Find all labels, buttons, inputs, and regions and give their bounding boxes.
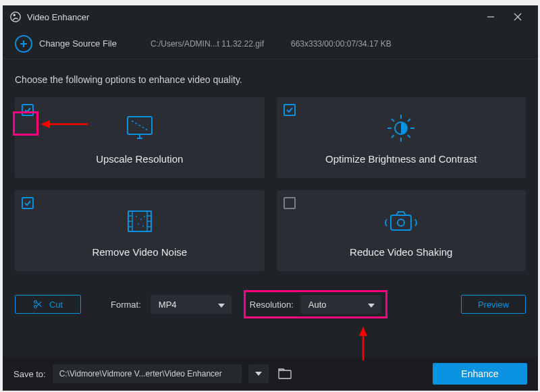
resolution-select[interactable]: Auto (300, 295, 381, 314)
save-bar: Save to: C:\Vidmore\Vidmore V...erter\Vi… (3, 357, 538, 391)
enhance-options-grid: Upscale Resolution Optimize Brig (3, 97, 538, 271)
open-folder-button[interactable] (275, 364, 294, 383)
save-path-field[interactable]: C:\Vidmore\Vidmore V...erter\Video Enhan… (53, 364, 242, 383)
save-path-dropdown[interactable] (248, 364, 269, 383)
chevron-down-icon (218, 300, 225, 310)
enhance-label: Enhance (461, 368, 498, 379)
monitor-icon (124, 111, 156, 145)
svg-rect-43 (279, 370, 291, 379)
format-select[interactable]: MP4 (151, 295, 232, 314)
upscale-label: Upscale Resolution (96, 153, 183, 165)
source-meta: 663x333/00:00:07/34.17 KB (291, 39, 392, 49)
film-noise-icon (123, 204, 157, 238)
svg-point-36 (34, 301, 36, 304)
brightness-checkbox[interactable] (284, 104, 296, 116)
window-title: Video Enhancer (27, 12, 89, 22)
format-label: Format: (111, 300, 141, 310)
minimize-button[interactable] (477, 5, 504, 28)
resolution-value: Auto (308, 300, 327, 310)
folder-icon (278, 368, 292, 379)
camera-shake-icon (383, 204, 419, 238)
chevron-down-icon (368, 300, 375, 310)
svg-point-31 (138, 223, 139, 225)
scissors-icon (33, 300, 43, 309)
preview-button[interactable]: Preview (461, 295, 526, 314)
svg-line-39 (36, 302, 41, 306)
cut-label: Cut (49, 300, 63, 310)
upscale-resolution-card[interactable]: Upscale Resolution (15, 97, 265, 178)
format-value: MP4 (159, 300, 177, 310)
resolution-label: Resolution: (250, 300, 294, 310)
bottom-controls: Cut Format: MP4 Resolution: Auto Preview (3, 271, 538, 318)
svg-marker-42 (255, 372, 262, 376)
brightness-label: Optimize Brightness and Contrast (325, 153, 477, 165)
svg-point-33 (144, 216, 145, 217)
save-path-text: C:\Vidmore\Vidmore V...erter\Video Enhan… (59, 369, 222, 379)
svg-point-32 (142, 225, 144, 227)
svg-line-8 (132, 121, 148, 130)
resolution-group-highlight: Resolution: Auto (244, 290, 387, 318)
cut-button[interactable]: Cut (15, 295, 81, 314)
svg-line-38 (36, 302, 41, 306)
add-source-button[interactable] (15, 35, 32, 53)
preview-label: Preview (478, 300, 509, 310)
reduce-shaking-card[interactable]: Reduce Video Shaking (277, 190, 526, 271)
svg-marker-40 (218, 304, 225, 308)
svg-rect-34 (391, 215, 411, 230)
svg-line-16 (392, 119, 394, 121)
close-button[interactable] (504, 5, 531, 28)
svg-point-0 (11, 12, 20, 22)
svg-point-29 (136, 216, 137, 217)
svg-point-1 (13, 14, 16, 17)
svg-point-37 (34, 306, 36, 308)
sun-contrast-icon (385, 111, 417, 145)
title-bar: Video Enhancer (3, 5, 538, 28)
instruction-text: Choose the following options to enhance … (3, 59, 538, 97)
noise-label: Remove Video Noise (92, 246, 187, 258)
save-to-label: Save to: (14, 369, 46, 379)
video-enhancer-window: Video Enhancer Change Source File C:/Use… (3, 5, 538, 391)
app-icon (9, 11, 22, 23)
svg-point-30 (140, 219, 142, 220)
source-toolbar: Change Source File C:/Users/ADMIN...t 11… (3, 28, 538, 59)
brightness-contrast-card[interactable]: Optimize Brightness and Contrast (277, 97, 526, 178)
upscale-checkbox[interactable] (22, 104, 34, 116)
svg-line-18 (408, 119, 410, 121)
svg-line-17 (408, 135, 410, 138)
svg-marker-41 (368, 304, 375, 308)
remove-noise-card[interactable]: Remove Video Noise (15, 190, 265, 271)
change-source-link[interactable]: Change Source File (39, 38, 117, 49)
svg-point-35 (398, 219, 404, 226)
source-path: C:/Users/ADMIN...t 11.32.22.gif (151, 39, 264, 49)
enhance-button[interactable]: Enhance (433, 363, 527, 385)
shaking-label: Reduce Video Shaking (350, 246, 452, 258)
noise-checkbox[interactable] (22, 197, 34, 209)
svg-line-19 (392, 135, 394, 138)
shaking-checkbox[interactable] (284, 197, 296, 209)
chevron-down-icon (255, 372, 262, 376)
